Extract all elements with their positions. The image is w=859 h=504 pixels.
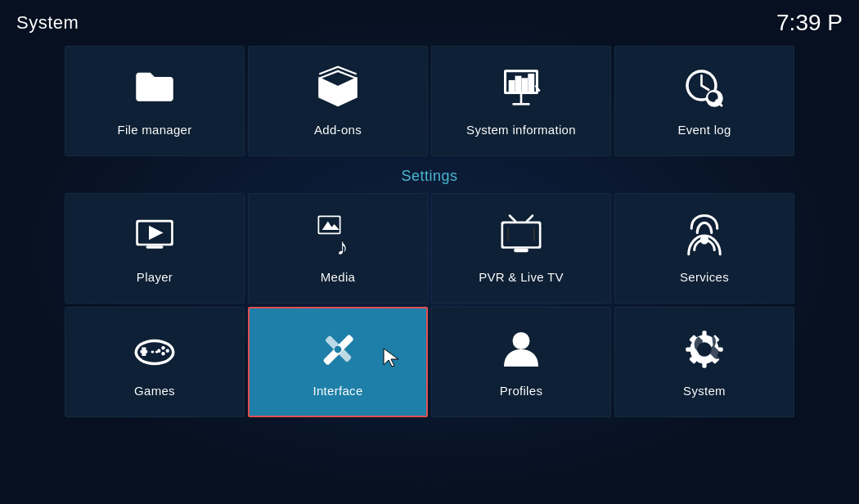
- clock: 7:39 P: [776, 10, 843, 36]
- svg-rect-9: [529, 74, 533, 91]
- tile-label-services: Services: [680, 270, 729, 284]
- svg-rect-54: [702, 331, 706, 338]
- tile-label-media: Media: [321, 270, 355, 284]
- folder-icon: [132, 65, 178, 115]
- svg-rect-8: [523, 79, 527, 92]
- tv-icon: [498, 213, 544, 262]
- svg-rect-55: [702, 361, 706, 368]
- tile-system-information[interactable]: System information: [431, 46, 611, 156]
- tile-label-profiles: Profiles: [500, 384, 542, 398]
- page-title: System: [16, 12, 79, 34]
- tile-file-manager[interactable]: File manager: [65, 46, 245, 156]
- clock-search-icon: [681, 65, 727, 115]
- header: System 7:39 P: [0, 0, 859, 43]
- tile-label-system: System: [683, 384, 726, 398]
- svg-point-43: [161, 352, 164, 355]
- tile-add-ons[interactable]: Add-ons: [248, 46, 428, 156]
- tile-label-player: Player: [137, 270, 173, 284]
- svg-point-41: [161, 346, 164, 349]
- pencil-ruler-icon: [315, 326, 361, 376]
- mid-tiles-row: Player ♪ Media: [0, 193, 859, 304]
- svg-rect-33: [514, 249, 528, 252]
- svg-point-49: [335, 346, 342, 353]
- svg-rect-7: [516, 77, 520, 92]
- tile-services[interactable]: Services: [614, 193, 794, 304]
- tile-profiles[interactable]: Profiles: [431, 307, 611, 417]
- svg-line-31: [510, 216, 515, 222]
- svg-point-51: [513, 332, 530, 349]
- tile-label-event-log: Event log: [677, 123, 731, 137]
- page: System 7:39 P File manager: [0, 0, 859, 504]
- gamepad-icon: [132, 326, 178, 376]
- tile-event-log[interactable]: Event log: [614, 46, 794, 156]
- settings-section-label: Settings: [0, 168, 859, 185]
- svg-line-32: [527, 216, 533, 222]
- svg-rect-56: [686, 347, 693, 351]
- svg-rect-40: [142, 347, 146, 356]
- tile-label-add-ons: Add-ons: [314, 123, 362, 137]
- tile-media[interactable]: ♪ Media: [248, 193, 428, 304]
- svg-rect-45: [151, 351, 155, 353]
- tile-interface[interactable]: Interface: [248, 307, 428, 417]
- broadcast-icon: [681, 213, 727, 262]
- svg-marker-50: [384, 349, 398, 367]
- top-tiles-row: File manager A: [0, 46, 859, 156]
- svg-rect-46: [155, 351, 159, 353]
- gear-wrench-icon: [681, 326, 727, 376]
- media-icon: ♪: [315, 213, 361, 262]
- cursor: [382, 347, 402, 373]
- tile-label-system-information: System information: [466, 123, 576, 137]
- tile-label-interface: Interface: [313, 384, 362, 398]
- tile-pvr-live-tv[interactable]: PVR & Live TV: [431, 193, 611, 304]
- play-icon: [132, 213, 178, 262]
- tile-label-file-manager: File manager: [117, 123, 191, 137]
- tile-label-games: Games: [134, 384, 175, 398]
- svg-point-42: [166, 349, 169, 353]
- bottom-tiles-row: Games Interface: [0, 307, 859, 417]
- svg-text:♪: ♪: [336, 234, 348, 259]
- svg-rect-23: [146, 245, 164, 249]
- tile-player[interactable]: Player: [65, 193, 245, 304]
- tile-system[interactable]: System: [614, 307, 794, 417]
- person-icon: [498, 326, 544, 376]
- box-icon: [315, 65, 361, 115]
- presentation-icon: [498, 65, 544, 115]
- tile-label-pvr-live-tv: PVR & Live TV: [479, 270, 564, 284]
- tile-games[interactable]: Games: [65, 307, 245, 417]
- svg-rect-6: [510, 81, 514, 91]
